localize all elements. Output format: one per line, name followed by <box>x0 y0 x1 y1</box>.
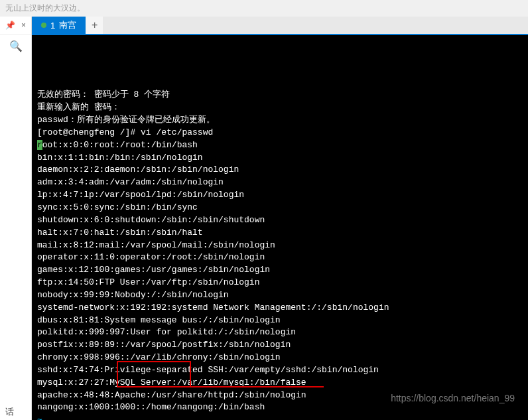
terminal-line: mail:x:8:12:mail:/var/spool/mail:/sbin/n… <box>37 240 523 252</box>
terminal-line: 无效的密码： 密码少于 8 个字符 <box>37 89 523 102</box>
terminal-line: mysql:x:27:27:MySQL Server:/var/lib/mysq… <box>37 377 523 389</box>
terminal-line: adm:x:3:4:adm:/var/adm:/sbin/nologin <box>37 176 523 189</box>
terminal-line: halt:x:7:0:halt:/sbin:/sbin/halt <box>37 227 523 240</box>
tab-add-button[interactable]: + <box>86 17 104 34</box>
terminal-line: ftp:x:14:50:FTP User:/var/ftp:/sbin/nolo… <box>37 277 523 289</box>
terminal-line: polkitd:x:999:997:User for polkitd:/:/sb… <box>37 326 523 339</box>
left-sidebar: 📌 × 🔍 话 <box>0 17 32 420</box>
status-dot-icon <box>41 23 46 28</box>
main-container: 📌 × 🔍 话 1 南宫 + 无效的密码： 密码少于 8 个字符重新输入新的 密… <box>0 17 528 420</box>
terminal-tilde: ~ <box>37 414 523 420</box>
tab-active[interactable]: 1 南宫 <box>32 17 86 34</box>
main-area: 1 南宫 + 无效的密码： 密码少于 8 个字符重新输入新的 密码：passwd… <box>32 17 528 420</box>
terminal-line: [root@chengfeng /]# vi /etc/passwd <box>37 127 523 139</box>
terminal-line: systemd-network:x:192:192:systemd Networ… <box>37 302 523 315</box>
terminal-line: postfix:x:89:89::/var/spool/postfix:/sbi… <box>37 339 523 352</box>
pin-icon[interactable]: 📌 <box>5 21 15 30</box>
terminal-line: passwd：所有的身份验证令牌已经成功更新。 <box>37 114 523 127</box>
cursor-highlight: r <box>37 140 42 150</box>
terminal-output[interactable]: 无效的密码： 密码少于 8 个字符重新输入新的 密码：passwd：所有的身份验… <box>32 35 528 420</box>
tab-index: 1 <box>50 21 55 31</box>
terminal-line: chrony:x:998:996::/var/lib/chrony:/sbin/… <box>37 352 523 364</box>
tab-bar: 1 南宫 + <box>32 17 528 35</box>
watermark-text: https://blog.csdn.net/heian_99 <box>391 391 515 405</box>
terminal-line: dbus:x:81:81:System message bus:/:/sbin/… <box>37 315 523 327</box>
terminal-line: 重新输入新的 密码： <box>37 102 523 114</box>
terminal-line: root:x:0:0:root:/root:/bin/bash <box>37 139 523 152</box>
terminal-line: sync:x:5:0:sync:/sbin:/bin/sync <box>37 202 523 214</box>
close-icon[interactable]: × <box>21 21 26 30</box>
terminal-line: lp:x:4:7:lp:/var/spool/lpd:/sbin/nologin <box>37 189 523 202</box>
sidebar-top-controls: 📌 × <box>0 17 31 35</box>
terminal-line: operator:x:11:0:operator:/root:/sbin/nol… <box>37 251 523 264</box>
terminal-line: nobody:x:99:99:Nobody:/:/sbin/nologin <box>37 289 523 302</box>
tab-label: 南宫 <box>59 19 76 31</box>
terminal-line: bin:x:1:1:bin:/bin:/sbin/nologin <box>37 152 523 165</box>
terminal-line: sshd:x:74:74:Privilege-separated SSH:/va… <box>37 364 523 377</box>
search-icon[interactable]: 🔍 <box>0 35 31 58</box>
terminal-line: games:x:12:100:games:/usr/games:/sbin/no… <box>37 264 523 277</box>
page-hint-text: 无山上汉时的大汉边。 <box>0 0 528 17</box>
terminal-line: daemon:x:2:2:daemon:/sbin:/sbin/nologin <box>37 164 523 176</box>
sidebar-bottom-label: 话 <box>0 401 31 420</box>
terminal-line: shutdown:x:6:0:shutdown:/sbin:/sbin/shut… <box>37 214 523 227</box>
